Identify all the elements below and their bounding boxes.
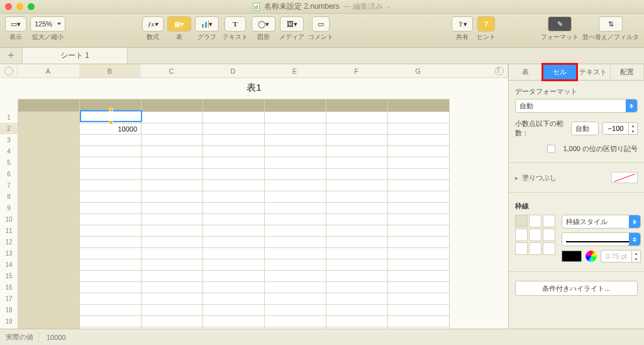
data-format-select[interactable]: 自動: [515, 99, 638, 113]
cell[interactable]: [265, 99, 326, 112]
col-D[interactable]: D: [203, 64, 264, 77]
cell[interactable]: [203, 282, 265, 293]
cell[interactable]: [326, 214, 388, 225]
row-head-7[interactable]: 7: [0, 179, 18, 191]
cell[interactable]: [388, 282, 450, 293]
cell[interactable]: [326, 293, 388, 305]
cell[interactable]: [18, 248, 80, 259]
row-head-14[interactable]: 14: [0, 259, 18, 270]
cell[interactable]: [265, 180, 326, 191]
border-width-stepper[interactable]: ▲▼: [601, 250, 641, 263]
selection-handle-top[interactable]: [109, 108, 113, 112]
cell[interactable]: [142, 214, 203, 225]
cell[interactable]: [265, 157, 326, 169]
add-column-button[interactable]: [491, 64, 508, 77]
cell[interactable]: [388, 248, 450, 259]
cell[interactable]: [203, 169, 265, 180]
cell[interactable]: [203, 112, 265, 123]
row-head-18[interactable]: 18: [0, 304, 18, 315]
table-button[interactable]: ▦▾: [167, 16, 191, 31]
cell[interactable]: [388, 214, 450, 225]
border-style-select[interactable]: 枠線スタイル: [562, 215, 641, 229]
color-wheel-icon[interactable]: [586, 251, 597, 262]
cell[interactable]: [18, 271, 80, 282]
sheet-tab-1[interactable]: シート 1: [23, 48, 128, 64]
cell[interactable]: [265, 327, 326, 329]
cell[interactable]: [142, 305, 203, 316]
border-width-input[interactable]: [601, 250, 632, 263]
cell[interactable]: [80, 271, 142, 282]
cell[interactable]: [388, 203, 450, 214]
cell[interactable]: [142, 248, 203, 259]
cell[interactable]: [326, 327, 388, 329]
cell[interactable]: [388, 305, 450, 316]
cell[interactable]: [326, 123, 388, 135]
thousands-checkbox[interactable]: [547, 145, 555, 153]
comment-button[interactable]: ▭: [312, 16, 330, 31]
cell[interactable]: [203, 293, 265, 305]
cell[interactable]: [142, 293, 203, 305]
cell[interactable]: [80, 237, 142, 248]
cell[interactable]: [18, 259, 80, 271]
cell[interactable]: [142, 271, 203, 282]
cell[interactable]: [203, 191, 265, 203]
cell[interactable]: [203, 305, 265, 316]
cell[interactable]: [326, 282, 388, 293]
cell[interactable]: [388, 225, 450, 237]
row-head-8[interactable]: 8: [0, 191, 18, 202]
cell[interactable]: [203, 180, 265, 191]
cell[interactable]: [203, 146, 265, 157]
cell[interactable]: [80, 203, 142, 214]
row-head-1[interactable]: 1: [0, 111, 18, 123]
table-title[interactable]: 表1: [0, 78, 508, 99]
cell[interactable]: [326, 169, 388, 180]
cell[interactable]: [18, 135, 80, 146]
tab-text[interactable]: テキスト: [577, 64, 611, 80]
format-button[interactable]: ✎: [548, 16, 572, 31]
decimals-stepper[interactable]: ▲▼: [602, 122, 638, 135]
cell[interactable]: [18, 327, 80, 329]
cell[interactable]: [142, 180, 203, 191]
cell[interactable]: [203, 237, 265, 248]
chart-button[interactable]: ▾: [195, 16, 219, 31]
cell[interactable]: [18, 180, 80, 191]
cell[interactable]: [18, 293, 80, 305]
cell[interactable]: [265, 316, 326, 327]
cell[interactable]: [18, 191, 80, 203]
cell[interactable]: [265, 203, 326, 214]
row-head-0[interactable]: [0, 99, 18, 111]
cell[interactable]: [18, 157, 80, 169]
cell[interactable]: [203, 225, 265, 237]
cell[interactable]: [203, 214, 265, 225]
cell[interactable]: [18, 146, 80, 157]
cell[interactable]: [388, 123, 450, 135]
cell[interactable]: [18, 282, 80, 293]
selection-handle-bottom[interactable]: [109, 120, 113, 125]
cell[interactable]: [265, 135, 326, 146]
conditional-highlight-button[interactable]: 条件付きハイライト...: [515, 281, 638, 296]
row-head-4[interactable]: 4: [0, 145, 18, 157]
cell[interactable]: [326, 146, 388, 157]
cell[interactable]: [265, 123, 326, 135]
share-button[interactable]: ⇪▾: [452, 16, 473, 31]
row-head-16[interactable]: 16: [0, 281, 18, 293]
cell[interactable]: [142, 316, 203, 327]
cell[interactable]: [388, 146, 450, 157]
add-sheet-button[interactable]: +: [0, 48, 23, 64]
cell[interactable]: [388, 180, 450, 191]
cell[interactable]: [18, 169, 80, 180]
cell[interactable]: [80, 248, 142, 259]
cell[interactable]: [326, 203, 388, 214]
cell[interactable]: [265, 225, 326, 237]
cell[interactable]: [265, 112, 326, 123]
cell[interactable]: [203, 123, 265, 135]
cell[interactable]: [80, 157, 142, 169]
cell[interactable]: [142, 282, 203, 293]
cell[interactable]: [18, 203, 80, 214]
cell[interactable]: [388, 316, 450, 327]
col-C[interactable]: C: [141, 64, 203, 77]
cell[interactable]: [265, 146, 326, 157]
cell[interactable]: [80, 327, 142, 329]
cell[interactable]: [388, 293, 450, 305]
cell[interactable]: [203, 271, 265, 282]
